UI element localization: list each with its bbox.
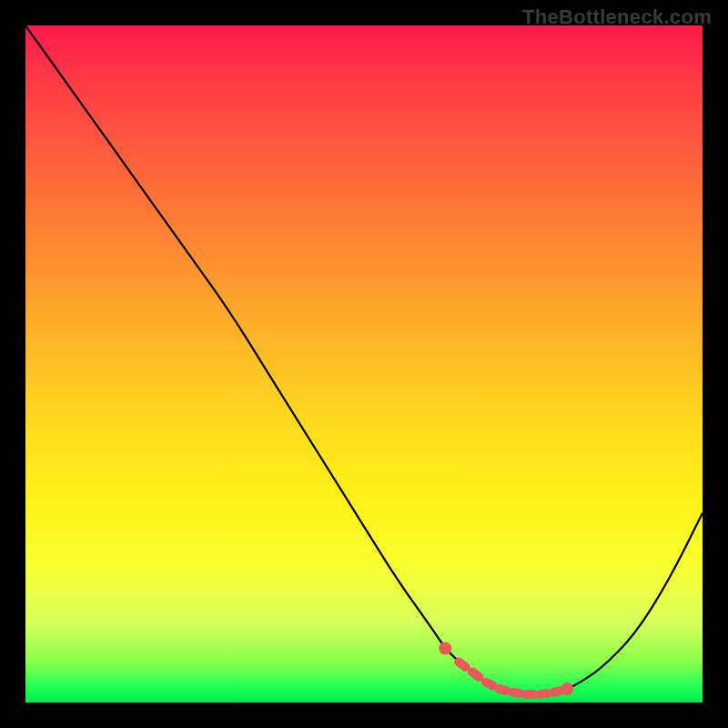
highlight-pill: [472, 672, 480, 678]
highlight-pill: [513, 693, 520, 693]
highlight-pill: [459, 662, 465, 667]
highlight-band: [439, 642, 573, 696]
watermark-label: TheBottleneck.com: [522, 5, 712, 29]
highlight-dot: [439, 642, 451, 655]
chart-line: [25, 25, 703, 694]
highlight-pill: [500, 689, 506, 691]
chart-svg: [25, 25, 703, 703]
highlight-pill: [486, 682, 493, 686]
highlight-pill: [540, 693, 547, 694]
chart-plot-area: [25, 25, 703, 703]
highlight-pill: [553, 691, 561, 693]
